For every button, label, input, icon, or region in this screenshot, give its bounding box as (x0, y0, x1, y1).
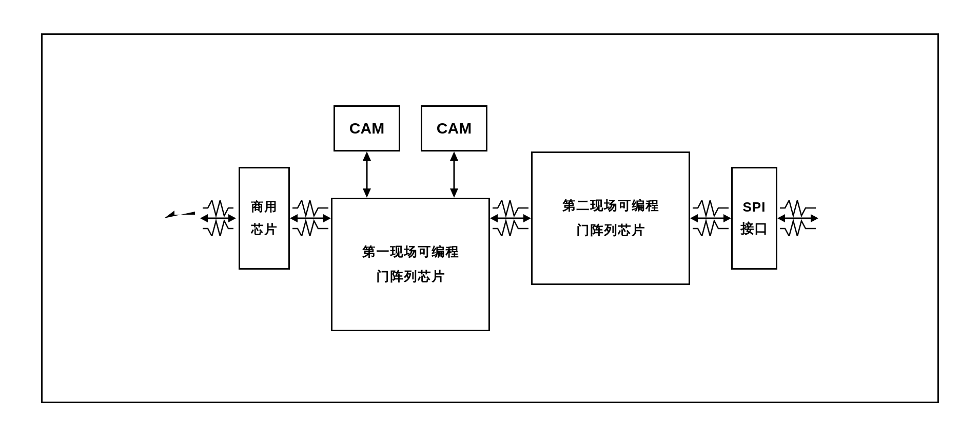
right-double-arrow-icon (777, 200, 818, 236)
cam1-box: CAM (334, 105, 400, 151)
svg-marker-17 (690, 214, 698, 222)
chip-to-fpga1-arrow-icon (290, 200, 331, 236)
chip-box: 商用 芯片 (239, 167, 290, 270)
fpga1-label: 第一现场可编程 门阵列芯片 (362, 240, 459, 289)
svg-marker-5 (290, 214, 298, 222)
fpga1-box: 第一现场可编程 门阵列芯片 (331, 198, 490, 331)
chip-label: 商用 芯片 (251, 196, 278, 240)
svg-marker-21 (811, 214, 818, 222)
flow-row: 商用 芯片 CAM (63, 105, 917, 331)
diagram-inner: 商用 芯片 CAM (43, 35, 937, 402)
svg-marker-14 (490, 214, 498, 222)
svg-marker-18 (723, 214, 731, 222)
cam2-label: CAM (437, 120, 472, 137)
svg-marker-8 (363, 151, 371, 161)
svg-marker-11 (450, 151, 458, 161)
left-double-arrow-icon (198, 200, 239, 236)
svg-marker-9 (363, 188, 371, 198)
svg-marker-15 (523, 214, 531, 222)
fpga2-to-spi-arrow-icon (690, 200, 731, 236)
svg-marker-3 (228, 214, 236, 222)
cam2-box: CAM (421, 105, 487, 151)
fpga1-to-fpga2-arrow-icon (490, 200, 531, 236)
spi-box: SPI 接口 (731, 167, 777, 270)
cam1-label: CAM (349, 120, 384, 137)
svg-marker-12 (450, 188, 458, 198)
svg-marker-0 (164, 211, 195, 218)
fpga2-box: 第二现场可编程 门阵列芯片 (531, 151, 690, 285)
diagram-container: 商用 芯片 CAM (41, 33, 939, 403)
spi-label: SPI 接口 (740, 197, 768, 239)
fpga1-column: CAM CAM (331, 105, 490, 331)
fpga2-label: 第二现场可编程 门阵列芯片 (562, 194, 659, 242)
cam1-arrow-icon (359, 151, 375, 198)
svg-marker-20 (777, 214, 785, 222)
cam2-wrapper: CAM (421, 105, 487, 198)
svg-marker-2 (200, 214, 208, 222)
svg-marker-6 (323, 214, 331, 222)
left-external-arrow (162, 200, 198, 236)
cam1-wrapper: CAM (334, 105, 400, 198)
cam2-arrow-icon (446, 151, 462, 198)
cam-row: CAM CAM (334, 105, 487, 198)
